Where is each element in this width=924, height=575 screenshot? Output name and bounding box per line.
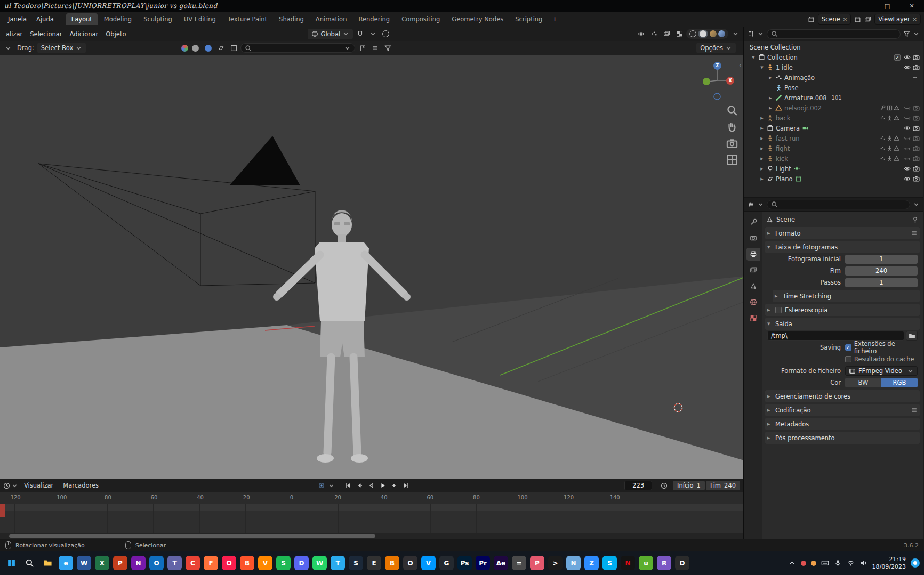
menu-janela[interactable]: Janela xyxy=(3,13,31,25)
taskbar-powerpoint-icon[interactable]: P xyxy=(113,556,127,570)
collection-exclude-checkbox[interactable]: ✓ xyxy=(894,54,901,61)
clock-datetime[interactable]: 21:19 18/09/2023 xyxy=(872,556,906,570)
taskbar-github-icon[interactable]: G xyxy=(439,556,454,570)
solid-preview-toggle[interactable] xyxy=(189,43,201,53)
passos-field[interactable]: 1 xyxy=(845,278,918,287)
taskbar-calculator-icon[interactable]: = xyxy=(512,556,526,570)
close-button[interactable]: ✕ xyxy=(899,0,924,12)
stickman-mini-icon[interactable] xyxy=(887,115,893,121)
expand-arrow-icon[interactable]: ▶ xyxy=(768,106,773,110)
expand-arrow-icon[interactable]: ▶ xyxy=(759,126,765,131)
stickman-mini-icon[interactable] xyxy=(887,135,893,141)
fotograma-inicial-field[interactable]: 1 xyxy=(845,255,918,264)
workspace-tab-uv-editing[interactable]: UV Editing xyxy=(179,13,221,25)
render-visibility-camera-icon[interactable] xyxy=(913,104,920,111)
taskbar-paint-icon[interactable]: P xyxy=(530,556,544,570)
visibility-dropdown[interactable] xyxy=(635,29,647,39)
play-reverse-button[interactable] xyxy=(366,481,376,490)
frame-end-field[interactable]: Fim 240 xyxy=(706,481,740,490)
render-visibility-camera-icon[interactable] xyxy=(913,145,920,152)
browse-folder-button[interactable] xyxy=(906,331,918,341)
eye-open-icon[interactable] xyxy=(904,165,911,172)
properties-tab-output[interactable] xyxy=(746,248,760,261)
file-extensions-checkbox[interactable]: ✓ xyxy=(845,344,851,351)
matcap-preview-toggle[interactable] xyxy=(202,43,214,53)
chevron-down-icon[interactable] xyxy=(328,482,335,489)
tri-mini-icon[interactable] xyxy=(894,105,899,111)
estereoscopia-checkbox[interactable] xyxy=(775,307,782,313)
panel-time-stretching[interactable]: ▶Time Stretching xyxy=(773,290,920,302)
outliner-editor-icon[interactable] xyxy=(748,30,754,37)
taskbar-brave-icon[interactable]: B xyxy=(240,556,254,570)
color-ball-icon[interactable] xyxy=(181,45,188,52)
outliner-row-anima-o[interactable]: ▶Animação xyxy=(744,72,923,83)
timeline-ruler[interactable]: -120-100-80-60-40-20020406080100120140 xyxy=(0,492,743,504)
outliner-row-nelsoojr-002[interactable]: ▶nelsoojr.002 xyxy=(744,103,923,113)
tray-update-icon[interactable] xyxy=(811,561,816,566)
eye-closed-icon[interactable] xyxy=(904,155,911,162)
taskbar-discord-icon[interactable]: D xyxy=(294,556,309,570)
render-visibility-camera-icon[interactable] xyxy=(913,125,920,132)
menu-icon[interactable] xyxy=(911,407,918,414)
dots-mini-icon[interactable] xyxy=(880,156,886,161)
jump-start-button[interactable] xyxy=(342,481,353,490)
taskbar-notepad-icon[interactable]: N xyxy=(566,556,581,570)
proportional-edit-toggle[interactable] xyxy=(380,29,391,39)
properties-tab-tool[interactable] xyxy=(746,216,760,229)
expand-arrow-icon[interactable]: ▶ xyxy=(768,96,773,100)
active-tool-dropdown[interactable]: Select Box xyxy=(37,43,86,53)
eye-closed-icon[interactable] xyxy=(904,104,911,111)
fim-field[interactable]: 240 xyxy=(845,266,918,276)
gizmo-x-axis[interactable]: X xyxy=(726,77,734,85)
tri-mini-icon[interactable] xyxy=(894,115,899,121)
taskbar-blender-icon[interactable]: B xyxy=(385,556,399,570)
outliner-row-pose[interactable]: Pose xyxy=(744,83,923,93)
menu-ajuda[interactable]: Ajuda xyxy=(31,13,59,25)
filter-icon[interactable] xyxy=(903,30,910,37)
taskbar-photoshop-icon[interactable]: Ps xyxy=(457,556,472,570)
stickman-mini-icon[interactable] xyxy=(887,145,893,151)
dots-mini-icon[interactable] xyxy=(880,135,886,141)
dots-mini-icon[interactable] xyxy=(880,115,886,121)
properties-tab-texture[interactable] xyxy=(746,312,760,325)
taskbar-telegram-icon[interactable]: T xyxy=(331,556,345,570)
taskbar-winrar-icon[interactable]: R xyxy=(657,556,671,570)
panel-estereoscopia[interactable]: ▶ Estereoscopia xyxy=(765,304,920,316)
output-path-field[interactable]: /tmp\ xyxy=(767,331,904,341)
render-visibility-camera-icon[interactable] xyxy=(913,135,920,142)
dots-mini-icon[interactable] xyxy=(880,145,886,151)
transform-orientation-dropdown[interactable]: Global xyxy=(308,29,353,39)
panel-metadados[interactable]: ▶Metadados xyxy=(765,418,920,430)
workspace-tab-texture-paint[interactable]: Texture Paint xyxy=(222,13,272,25)
keys-mini-icon[interactable] xyxy=(912,75,918,80)
taskbar-steam-icon[interactable]: S xyxy=(349,556,363,570)
tri-mini-icon[interactable] xyxy=(894,156,899,161)
render-visibility-camera-icon[interactable] xyxy=(913,155,920,162)
keyboard-icon[interactable] xyxy=(821,559,829,567)
outliner-row-fight[interactable]: ▶fight xyxy=(744,143,923,153)
pin-icon[interactable] xyxy=(912,216,919,223)
tray-alert-icon[interactable] xyxy=(801,561,806,566)
shading-solid-button[interactable] xyxy=(698,30,708,38)
outliner-row-kick[interactable]: ▶kick xyxy=(744,153,923,164)
eye-open-icon[interactable] xyxy=(904,64,911,71)
workspace-tab-layout[interactable]: Layout xyxy=(66,13,98,25)
frame-start-field[interactable]: Início 1 xyxy=(673,481,705,490)
outliner-row-fast-run[interactable]: ▶fast run xyxy=(744,133,923,143)
expand-arrow-icon[interactable]: ▼ xyxy=(759,66,765,70)
viewport-menu-objeto[interactable]: Objeto xyxy=(102,29,130,39)
panel-codificacao[interactable]: ▶Codificação xyxy=(765,404,920,416)
taskbar-obs-icon[interactable]: O xyxy=(403,556,417,570)
taskbar-outlook-icon[interactable]: O xyxy=(149,556,164,570)
minimize-button[interactable]: ─ xyxy=(850,0,875,12)
viewport-search-field[interactable] xyxy=(240,43,355,53)
outliner-row-back[interactable]: ▶back xyxy=(744,113,923,123)
taskbar-word-icon[interactable]: W xyxy=(77,556,91,570)
taskbar-davinci-icon[interactable]: D xyxy=(675,556,689,570)
outliner-row-1-idle[interactable]: ▼1 idle xyxy=(744,62,923,72)
render-visibility-camera-icon[interactable] xyxy=(913,64,920,71)
grid-mini-icon[interactable] xyxy=(887,105,893,111)
taskbar-start-icon[interactable] xyxy=(4,556,19,570)
workspace-tab-rendering[interactable]: Rendering xyxy=(353,13,395,25)
properties-tab-world[interactable] xyxy=(746,296,760,309)
